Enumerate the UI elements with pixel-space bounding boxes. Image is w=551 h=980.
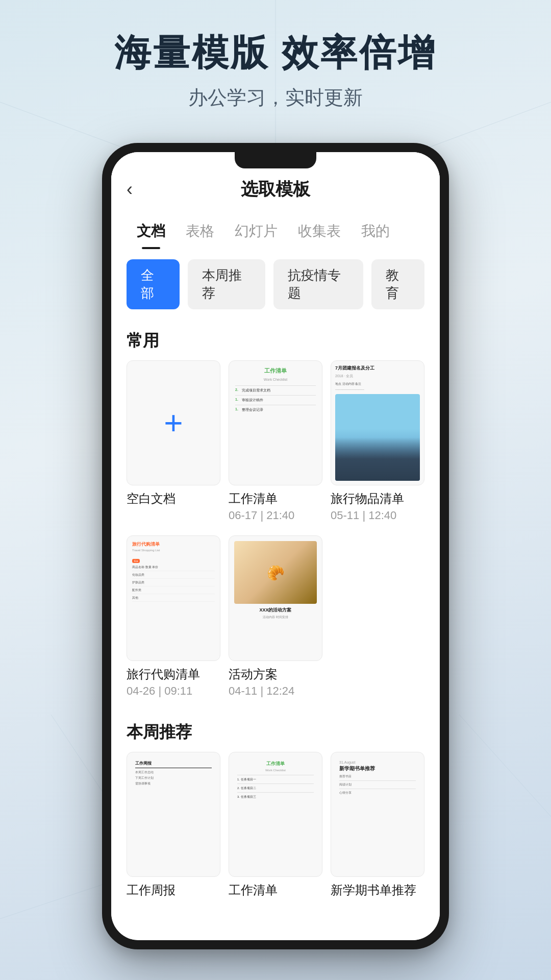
template-name-blank: 空白文档	[127, 491, 220, 507]
travel-purchase-content: 旅行代购清单 Travel Shopping List Ea 商品名称 数量 单…	[127, 536, 220, 660]
tpl-title: 旅行代购清单	[132, 541, 215, 548]
new-semester-content: 31.August 新学期书单推荐 推荐书目 阅读计划 心得分享	[335, 756, 420, 799]
template-blank[interactable]: + 空白文档	[127, 360, 220, 522]
template-grid-row2: 旅行代购清单 Travel Shopping List Ea 商品名称 数量 单…	[111, 527, 440, 705]
template-name-travel-purchase: 旅行代购清单	[127, 666, 220, 682]
weekly-name-work-checklist2: 工作清单	[229, 882, 322, 898]
tab-mine[interactable]: 我的	[351, 216, 400, 249]
weekly-name-work-report: 工作周报	[127, 882, 220, 898]
template-thumb-travel-purchase: 旅行代购清单 Travel Shopping List Ea 商品名称 数量 单…	[127, 535, 220, 660]
template-activity-plan[interactable]: 🥐 XXX的活动方案 活动内容 时间安排 活动方案 04-11 | 12:24	[229, 535, 322, 697]
act-sub: 活动内容 时间安排	[234, 615, 317, 620]
wc-title: 工作清单	[235, 367, 316, 375]
wc2-item-2: 2. 任务项目二	[237, 786, 314, 791]
wc2-title: 工作清单	[237, 761, 314, 767]
template-date-travel-checklist: 05-11 | 12:40	[331, 509, 424, 522]
activity-plan-content: 🥐 XXX的活动方案 活动内容 时间安排	[229, 536, 322, 660]
tpl-tag: Ea	[132, 559, 140, 563]
weekly-thumb-new-semester: 31.August 新学期书单推荐 推荐书目 阅读计划 心得分享	[331, 752, 424, 877]
header-title: 海量模版 效率倍增	[0, 31, 551, 75]
tab-slides[interactable]: 幻灯片	[224, 216, 288, 249]
wc2-divider	[237, 775, 314, 775]
filter-all[interactable]: 全部	[127, 259, 180, 309]
aug-sub-2: 阅读计划	[339, 782, 416, 787]
wc2-divider2	[237, 783, 314, 784]
template-thumb-work-checklist: 工作清单 Work Checklist 完成项目需求文档 审核设计稿件 整理会议…	[229, 360, 322, 485]
weekly-section: 本周推荐 工作周报 本周工作总结 下周工作计划 需协调事项	[111, 706, 440, 898]
template-travel-checklist[interactable]: 7月团建报名及分工 2018 · 全员 地点 活动内容 备注 ─────────…	[331, 360, 424, 522]
template-date-work-checklist: 06-17 | 21:40	[229, 509, 322, 522]
aug-divider2	[339, 789, 416, 789]
svg-line-5	[459, 715, 551, 817]
template-travel-purchase[interactable]: 旅行代购清单 Travel Shopping List Ea 商品名称 数量 单…	[127, 535, 220, 697]
phone-notch	[235, 152, 316, 168]
aug-sub-1: 推荐书目	[339, 774, 416, 779]
wr-title: 工作周报	[135, 761, 212, 766]
wr-row-2: 下周工作计划	[135, 776, 212, 780]
wc-item-3: 整理会议记录	[235, 407, 316, 412]
aug-heading: 新学期书单推荐	[339, 765, 416, 772]
weekly-name-new-semester: 新学期书单推荐	[331, 882, 424, 898]
work-checklist-content: 工作清单 Work Checklist 完成项目需求文档 审核设计稿件 整理会议…	[229, 361, 322, 485]
template-thumb-blank: +	[127, 360, 220, 485]
template-name-activity-plan: 活动方案	[229, 666, 322, 682]
tab-doc[interactable]: 文档	[127, 216, 176, 249]
travel-header: 7月团建报名及分工	[335, 365, 420, 372]
template-work-checklist[interactable]: 工作清单 Work Checklist 完成项目需求文档 审核设计稿件 整理会议…	[229, 360, 322, 522]
template-name-travel-checklist: 旅行物品清单	[331, 491, 424, 507]
tpl-row-2: 化妆品类	[132, 573, 215, 579]
filter-row: 全部 本周推荐 抗疫情专题 教育	[111, 249, 440, 320]
tpl-row-3: 护肤品类	[132, 580, 215, 586]
travel-image	[335, 394, 420, 481]
phone-frame: ‹ 选取模板 文档 表格 幻灯片 收集表 我的 全部 本周推荐 抗疫情专题 教育	[102, 143, 449, 949]
wc2-sub: Work Checklist	[237, 769, 314, 772]
wc2-item-1: 1. 任务项目一	[237, 777, 314, 782]
aug-label: 31.August	[339, 761, 416, 764]
tab-bar: 文档 表格 幻灯片 收集表 我的	[111, 211, 440, 249]
template-name-work-checklist: 工作清单	[229, 491, 322, 507]
wc-subtitle: Work Checklist	[235, 378, 316, 381]
template-new-semester[interactable]: 31.August 新学期书单推荐 推荐书目 阅读计划 心得分享 新学期书单推荐	[331, 752, 424, 898]
wr-divider	[135, 768, 212, 768]
travel-info-detail: ────────────────	[335, 388, 420, 391]
header-subtitle: 办公学习，实时更新	[0, 85, 551, 111]
aug-divider	[339, 780, 416, 781]
aug-sub-3: 心得分享	[339, 791, 416, 795]
filter-edu[interactable]: 教育	[371, 259, 424, 309]
travel-info-row: 地点 活动内容 备注	[335, 382, 420, 386]
travel-checklist-content: 7月团建报名及分工 2018 · 全员 地点 活动内容 备注 ─────────…	[331, 361, 424, 485]
work-checklist2-content: 工作清单 Work Checklist 1. 任务项目一 2. 任务项目二 3.…	[233, 756, 318, 803]
section-common-label: 常用	[111, 320, 440, 360]
template-work-report[interactable]: 工作周报 本周工作总结 下周工作计划 需协调事项 工作周报	[127, 752, 220, 898]
template-date-activity-plan: 04-11 | 12:24	[229, 684, 322, 698]
city-skyline	[335, 437, 420, 481]
filter-covid[interactable]: 抗疫情专题	[273, 259, 363, 309]
wc-item-1: 完成项目需求文档	[235, 388, 316, 393]
tpl-sub: Travel Shopping List	[132, 549, 215, 552]
tpl-row-5: 其他	[132, 596, 215, 602]
tpl-row-1: 商品名称 数量 单价	[132, 565, 215, 571]
template-thumb-travel-checklist: 7月团建报名及分工 2018 · 全员 地点 活动内容 备注 ─────────…	[331, 360, 424, 485]
wr-row-1: 本周工作总结	[135, 770, 212, 775]
header-section: 海量模版 效率倍增 办公学习，实时更新	[0, 31, 551, 111]
section-weekly-label: 本周推荐	[111, 711, 440, 752]
template-work-checklist2[interactable]: 工作清单 Work Checklist 1. 任务项目一 2. 任务项目二 3.…	[229, 752, 322, 898]
template-thumb-activity-plan: 🥐 XXX的活动方案 活动内容 时间安排	[229, 535, 322, 660]
filter-weekly[interactable]: 本周推荐	[188, 259, 265, 309]
back-button[interactable]: ‹	[127, 179, 133, 200]
travel-sub: 2018 · 全员	[335, 374, 420, 379]
weekly-grid: 工作周报 本周工作总结 下周工作计划 需协调事项 工作周报	[111, 752, 440, 898]
tab-collect[interactable]: 收集表	[288, 216, 351, 249]
food-decor: 🥐	[267, 564, 285, 581]
template-placeholder	[331, 535, 424, 697]
nav-title: 选取模板	[241, 178, 310, 201]
wr-row-3: 需协调事项	[135, 781, 212, 786]
weekly-thumb-work-checklist2: 工作清单 Work Checklist 1. 任务项目一 2. 任务项目二 3.…	[229, 752, 322, 877]
plus-icon: +	[164, 404, 183, 442]
act-title: XXX的活动方案	[234, 607, 317, 614]
act-image: 🥐	[234, 541, 317, 604]
template-date-travel-purchase: 04-26 | 09:11	[127, 684, 220, 698]
weekly-thumb-work-report: 工作周报 本周工作总结 下周工作计划 需协调事项	[127, 752, 220, 877]
screen-content: ‹ 选取模板 文档 表格 幻灯片 收集表 我的 全部 本周推荐 抗疫情专题 教育	[111, 152, 440, 940]
tab-table[interactable]: 表格	[176, 216, 224, 249]
